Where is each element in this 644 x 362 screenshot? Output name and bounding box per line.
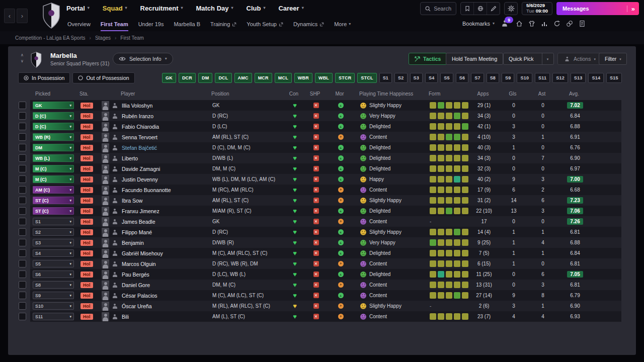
filter-pos-wbl[interactable]: WBL [315,73,333,83]
notifications-icon[interactable]: 9 [501,20,509,28]
player-profile-icon[interactable] [112,261,118,267]
table-row[interactable]: WB (R)▾ Hol Senna Tervoert AM (RL), ST (… [8,132,636,142]
filter-slot-s7[interactable]: S7 [471,73,484,83]
player-name[interactable]: Senna Tervoert [122,134,157,140]
tactics-button[interactable]: Tactics [409,53,447,65]
home-icon[interactable] [516,20,523,27]
picked-position-dropdown[interactable]: S10▾ [33,302,74,310]
row-checkbox[interactable] [19,270,26,278]
tab-training[interactable]: Training [210,16,236,31]
table-row[interactable]: D (C)▾ Hol Fabio Chiarodia D (LC) ♥ ✕ De… [8,121,636,132]
player-name[interactable]: Justin Devenny [122,176,158,183]
row-checkbox[interactable] [19,197,26,204]
player-profile-icon[interactable] [112,198,118,204]
picked-position-dropdown[interactable]: S4▾ [33,249,74,257]
player-name[interactable]: Ibra Sow [122,198,142,204]
filter-slot-s1[interactable]: S1 [379,73,392,83]
menu-squad[interactable]: Squad▾ [103,5,127,12]
filter-slot-s12[interactable]: S12 [552,73,568,83]
picked-position-dropdown[interactable]: S6▾ [33,270,74,278]
player-profile-icon[interactable] [112,187,118,193]
table-row[interactable]: S6▾ Hol Pau Bergés D (LC), WB (L) ♥ ✕ De… [8,269,636,280]
back-button[interactable]: ‹ [4,9,15,23]
menu-recruitment[interactable]: Recruitment▾ [140,5,183,12]
player-profile-icon[interactable] [112,176,118,183]
picked-position-dropdown[interactable]: S9▾ [33,292,74,299]
filter-slot-s3[interactable]: S3 [410,73,423,83]
filter-pos-dcr[interactable]: DCR [179,73,196,83]
player-name[interactable]: Franxu Jimenez [122,208,159,214]
forward-button[interactable]: › [17,9,28,23]
player-name[interactable]: Facundo Buonanotte [122,187,171,193]
filter-pos-mcr[interactable]: MCR [255,73,272,83]
out-of-possession-button[interactable]: Out of Possession [72,72,134,83]
player-profile-icon[interactable] [112,134,118,140]
player-name[interactable]: César Palacios [122,293,157,299]
picked-position-dropdown[interactable]: DM▾ [33,144,74,151]
row-checkbox[interactable] [19,112,26,120]
player-name[interactable]: Benjamin [122,240,144,246]
filter-slot-s4[interactable]: S4 [425,73,438,83]
row-checkbox[interactable] [19,313,26,320]
coins-icon[interactable] [566,20,573,27]
player-name[interactable]: Stefan Bajčetić [122,145,157,151]
player-name[interactable]: Illia Voloshyn [122,103,152,109]
col-picked[interactable]: Picked [29,91,75,97]
picked-position-dropdown[interactable]: S5▾ [33,260,74,267]
filter-slot-s15[interactable]: S15 [606,73,622,83]
row-checkbox[interactable] [19,144,26,151]
actions-dropdown[interactable]: Actions ▾ [557,53,602,65]
filter-slot-s8[interactable]: S8 [487,73,499,83]
picked-position-dropdown[interactable]: GK▾ [33,102,74,109]
quick-pick-button[interactable]: Quick Pick ▾ [503,53,554,65]
player-profile-icon[interactable] [112,145,118,151]
stats-icon[interactable] [541,20,548,27]
filter-pos-amc[interactable]: AMC [234,73,252,83]
table-row[interactable]: ST (C)▾ Hol Franxu Jimenez M/AM (R), ST … [8,206,636,216]
filter-pos-wbr[interactable]: WBR [294,73,312,83]
player-profile-icon[interactable] [112,155,118,161]
table-row[interactable]: D (C)▾ Hol Rubén Iranzo D (RC) ♥ ✕ Very … [8,111,636,121]
picked-position-dropdown[interactable]: M (C)▾ [33,175,74,183]
player-profile-icon[interactable] [112,166,118,172]
player-profile-icon[interactable] [112,124,118,130]
breadcrumb-item[interactable]: First Team [120,35,144,41]
player-profile-icon[interactable] [112,208,118,214]
col-ast[interactable]: Ast [527,91,556,97]
jersey-icon[interactable] [528,20,535,27]
filter-slot-s13[interactable]: S13 [571,73,586,83]
col-player[interactable]: Player [119,91,209,97]
messages-button[interactable]: Messages » [556,2,639,15]
row-checkbox[interactable] [19,249,26,257]
filter-slot-s2[interactable]: S2 [394,73,407,83]
player-name[interactable]: James Beadle [122,219,155,225]
filter-slot-s10[interactable]: S10 [517,73,532,83]
player-name[interactable]: Óscar Ureña [122,303,152,309]
player-profile-icon[interactable] [112,103,118,109]
row-checkbox[interactable] [19,207,26,215]
table-row[interactable]: M (C)▾ Hol Justin Devenny WB (L), DM, M … [8,174,636,185]
picked-position-dropdown[interactable]: AM (C)▾ [33,186,74,194]
filter-slot-s11[interactable]: S11 [535,73,550,83]
player-profile-icon[interactable] [112,219,118,225]
in-possession-button[interactable]: In Possession [18,72,70,83]
col-position[interactable]: Position [209,91,284,97]
picked-position-dropdown[interactable]: S2▾ [33,228,74,236]
globe-icon[interactable] [474,3,487,15]
menu-match-day[interactable]: Match Day▾ [196,5,233,12]
tab-youth-setup[interactable]: Youth Setup [247,16,283,31]
player-profile-icon[interactable] [112,113,118,119]
player-name[interactable]: Marcos Olguin [122,261,156,267]
breadcrumb-item[interactable]: Stages [95,35,111,41]
col-shp[interactable]: SHP [304,91,326,97]
tab-marbella-b[interactable]: Marbella B [174,16,200,31]
menu-portal[interactable]: Portal▾ [66,5,90,12]
filter-slot-s14[interactable]: S14 [588,73,604,83]
refresh-icon[interactable] [553,20,560,27]
filter-slot-s9[interactable]: S9 [502,73,514,83]
row-checkbox[interactable] [19,292,26,299]
row-checkbox[interactable] [19,102,26,109]
date-widget[interactable]: 5/6/2029 Tue 09:00 [522,2,552,15]
table-row[interactable]: GK▾ Hol Illia Voloshyn GK ♥ ✕ Slightly H… [8,100,636,111]
table-row[interactable]: WB (L)▾ Hol Liberto D/WB (L) ♥ ✕ Delight… [8,153,636,163]
